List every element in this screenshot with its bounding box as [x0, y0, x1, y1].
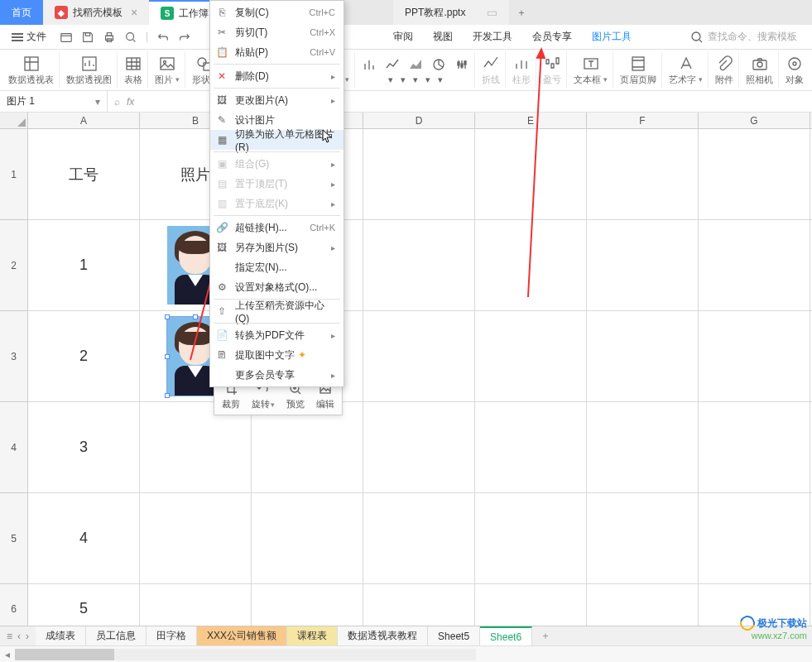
rb-picture[interactable]: 图片 — [150, 51, 185, 89]
sheet-tab[interactable]: 成绩表 — [36, 626, 86, 645]
horizontal-scrollbar[interactable] — [15, 649, 476, 660]
cm-paste[interactable]: 📋粘贴(P)Ctrl+V — [210, 42, 344, 62]
tab-home[interactable]: 首页 — [0, 0, 43, 25]
cell[interactable] — [363, 493, 475, 583]
resize-handle[interactable] — [165, 314, 170, 319]
row-header[interactable]: 4 — [0, 402, 27, 493]
cell[interactable] — [363, 129, 475, 219]
add-tab-button[interactable]: ＋ — [509, 6, 534, 20]
rb-table[interactable]: 表格 — [119, 51, 148, 89]
row-header[interactable]: 2 — [0, 220, 27, 311]
rb-pivot-table[interactable]: 数据透视表 — [3, 51, 60, 89]
cm-hyperlink[interactable]: 🔗超链接(H)...Ctrl+K — [210, 218, 344, 237]
resize-handle[interactable] — [165, 393, 170, 398]
menu-review[interactable]: 审阅 — [383, 25, 423, 50]
cell[interactable] — [363, 311, 475, 401]
cell[interactable]: 1 — [28, 220, 140, 310]
rb-textbox[interactable]: 文本框 — [569, 51, 613, 89]
row-header[interactable]: 1 — [0, 129, 27, 220]
cm-convert-pdf[interactable]: 📄转换为PDF文件▸ — [210, 325, 344, 345]
menu-developer[interactable]: 开发工具 — [463, 25, 522, 50]
cell[interactable] — [699, 493, 810, 583]
candle-chart-icon[interactable] — [454, 57, 469, 72]
col-header[interactable]: G — [699, 113, 810, 128]
cell[interactable] — [140, 402, 252, 492]
col-header[interactable]: F — [587, 113, 699, 128]
cm-cut[interactable]: ✂剪切(T)Ctrl+X — [210, 22, 344, 42]
col-header[interactable]: A — [28, 113, 140, 128]
cm-assign-macro[interactable]: 指定宏(N)... — [210, 257, 344, 277]
cell[interactable] — [699, 402, 810, 492]
cell[interactable] — [587, 220, 699, 310]
row-header[interactable]: 3 — [0, 311, 27, 402]
cells-area[interactable]: 工号 照片 1 2 — [28, 129, 812, 640]
cell[interactable] — [587, 493, 699, 583]
menu-vip[interactable]: 会员专享 — [522, 25, 582, 50]
rb-wordart[interactable]: 艺术字 — [664, 51, 709, 89]
cell[interactable]: 4 — [28, 493, 140, 583]
cm-format-object[interactable]: ⚙设置对象格式(O)... — [210, 277, 344, 297]
resize-handle[interactable] — [193, 314, 198, 319]
col-header[interactable]: E — [475, 113, 587, 128]
scrollbar-thumb[interactable] — [15, 649, 114, 660]
sheet-tab-active[interactable]: Sheet6 — [480, 626, 532, 645]
cell[interactable]: 工号 — [28, 129, 140, 219]
cell[interactable] — [475, 402, 587, 492]
row-header[interactable]: 5 — [0, 493, 27, 584]
cell[interactable] — [587, 311, 699, 401]
cm-extract-text[interactable]: 🖹提取图中文字✦ — [210, 345, 344, 365]
close-icon[interactable]: × — [131, 6, 137, 19]
cell[interactable] — [363, 220, 475, 310]
sheet-tab[interactable]: 课程表 — [287, 626, 338, 645]
cell[interactable]: 2 — [28, 311, 140, 401]
sheet-tab[interactable]: 田字格 — [147, 626, 197, 645]
rb-header-footer[interactable]: 页眉页脚 — [615, 51, 662, 89]
fx-icon[interactable]: fx — [127, 96, 134, 108]
name-box[interactable]: 图片 1▾ — [0, 91, 108, 112]
cell[interactable] — [363, 402, 475, 492]
add-sheet-button[interactable]: ＋ — [532, 629, 559, 643]
cell[interactable] — [475, 311, 587, 401]
rb-chart-group[interactable]: ▾ ▾ ▾ ▾ ▾ — [357, 51, 475, 89]
sheet-tab[interactable]: Sheet5 — [428, 626, 480, 645]
menu-view[interactable]: 视图 — [423, 25, 463, 50]
select-all-corner[interactable] — [0, 113, 28, 128]
rb-attachment[interactable]: 附件 — [710, 51, 739, 89]
cell[interactable] — [699, 220, 810, 310]
cell[interactable] — [475, 220, 587, 310]
cell[interactable] — [475, 493, 587, 583]
menu-picture-tools[interactable]: 图片工具 — [582, 25, 641, 50]
cm-save-as-picture[interactable]: 🖼另存为图片(S)▸ — [210, 237, 344, 257]
menu-icon[interactable]: ▭ — [487, 6, 497, 19]
print-icon[interactable] — [103, 31, 116, 44]
cell[interactable] — [587, 402, 699, 492]
rb-object[interactable]: 对象 — [781, 51, 809, 89]
cm-delete[interactable]: ✕删除(D)▸ — [210, 66, 344, 86]
cm-copy[interactable]: ⎘复制(C)Ctrl+C — [210, 2, 344, 22]
tab-find-template[interactable]: ◆ 找稻壳模板 × — [43, 0, 149, 25]
scroll-left-icon[interactable]: ◂ — [5, 649, 10, 660]
col-header[interactable]: D — [363, 113, 475, 128]
cell[interactable] — [140, 493, 252, 583]
save-icon[interactable] — [81, 31, 94, 44]
cm-change-picture[interactable]: 🖼更改图片(A)▸ — [210, 90, 344, 110]
lookup-icon[interactable]: ⌕ — [114, 96, 120, 108]
redo-icon[interactable] — [178, 31, 191, 44]
sheet-nav[interactable]: ≡‹› — [0, 631, 36, 642]
cell[interactable] — [252, 493, 363, 583]
preview-icon[interactable] — [124, 31, 137, 44]
line-chart-icon[interactable] — [385, 57, 400, 72]
cell[interactable] — [587, 129, 699, 219]
cm-upload-resource[interactable]: ⇧上传至稻壳资源中心(Q) — [210, 301, 344, 321]
cell[interactable] — [699, 129, 810, 219]
bar-chart-icon[interactable] — [362, 57, 377, 72]
rb-pivot-chart[interactable]: 数据透视图 — [61, 51, 118, 89]
cell[interactable]: 3 — [28, 402, 140, 492]
cm-more-vip[interactable]: 更多会员专享▸ — [210, 365, 344, 385]
resize-handle[interactable] — [165, 354, 170, 359]
command-search[interactable]: 查找命令、搜索模板 — [689, 30, 805, 45]
sheet-tab[interactable]: 数据透视表教程 — [338, 626, 428, 645]
open-icon[interactable] — [60, 31, 73, 44]
undo-icon[interactable] — [156, 31, 170, 44]
area-chart-icon[interactable] — [408, 57, 423, 72]
